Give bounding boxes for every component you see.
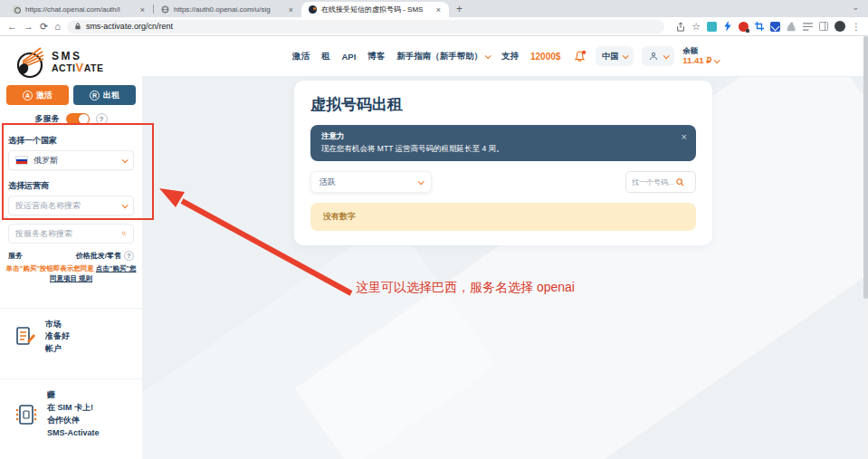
tab-list-chevron-icon[interactable]: ⌄ bbox=[852, 3, 859, 12]
tab-close-icon[interactable]: × bbox=[435, 5, 442, 14]
nav-activation[interactable]: 激活 bbox=[292, 51, 310, 62]
reading-list-icon[interactable] bbox=[803, 23, 813, 31]
partner-label: 赚 在 SIM 卡上! 合作伙伴 SMS-Activate bbox=[47, 389, 100, 440]
browser-tab-strip: https://chat.openai.com/auth/l × https:/… bbox=[0, 0, 868, 17]
tab-auth0-openai[interactable]: https://auth0.openai.com/u/sig × bbox=[154, 2, 301, 17]
sidebar-item-partner[interactable]: 赚 在 SIM 卡上! 合作伙伴 SMS-Activate bbox=[0, 378, 142, 450]
rent-button[interactable]: R 出租 bbox=[73, 85, 136, 105]
tab-title: https://auth0.openai.com/u/sig bbox=[174, 5, 283, 14]
activation-a-icon: A bbox=[23, 91, 33, 100]
extension-lightning-icon[interactable] bbox=[723, 21, 732, 32]
account-menu[interactable] bbox=[642, 46, 674, 66]
partner-line: 在 SIM 卡上! bbox=[47, 402, 100, 415]
nav-rent[interactable]: 租 bbox=[321, 51, 330, 62]
mode-buttons: A 激活 R 出租 bbox=[0, 85, 142, 105]
status-filter-select[interactable]: 活跃 bbox=[310, 171, 432, 193]
address-bar[interactable]: sms-activate.org/cn/rent bbox=[67, 20, 664, 33]
rent-card: 虚拟号码出租 注意力 现在您有机会将 MTT 运营商号码的租期延长至 4 周。 … bbox=[294, 81, 712, 245]
logo-v: V bbox=[76, 61, 84, 74]
nav-guide[interactable]: 新手指南（新手帮助） bbox=[396, 51, 490, 62]
main-content: 虚拟号码出租 注意力 现在您有机会将 MTT 运营商号码的租期延长至 4 周。 … bbox=[142, 77, 868, 459]
number-search[interactable] bbox=[625, 171, 696, 193]
tab-title: https://chat.openai.com/auth/l bbox=[25, 5, 135, 14]
empty-numbers-banner: 没有数字 bbox=[310, 203, 696, 231]
home-icon[interactable]: ⌂ bbox=[54, 22, 61, 32]
service-search[interactable] bbox=[8, 224, 134, 244]
extension-photo-icon[interactable] bbox=[707, 22, 717, 32]
operator-label: 选择运营商 bbox=[8, 180, 134, 192]
multi-service-row: 多服务 ? bbox=[0, 113, 142, 125]
attention-banner: 注意力 现在您有机会将 MTT 运营商号码的租期延长至 4 周。 × bbox=[310, 125, 696, 161]
profile-avatar[interactable] bbox=[835, 21, 845, 32]
scrollbar-thumb[interactable] bbox=[863, 36, 868, 299]
forward-icon[interactable]: → bbox=[24, 22, 33, 32]
balance-widget[interactable]: 余额 11.41 ₽ bbox=[682, 46, 719, 67]
nav-guide-label: 新手指南（新手帮助） bbox=[396, 51, 482, 61]
sidebar-item-marketplace[interactable]: 市场 准备好 帐户 bbox=[0, 308, 142, 367]
attention-title: 注意力 bbox=[321, 131, 685, 142]
language-label: 中国 bbox=[602, 51, 618, 62]
price-column-label: 价格批发/零售? bbox=[76, 251, 134, 261]
nav-blog[interactable]: 博客 bbox=[367, 51, 385, 62]
toggle-knob bbox=[79, 114, 89, 124]
header-right: 中国 余额 11.41 ₽ bbox=[572, 46, 719, 67]
extension-crop-icon[interactable] bbox=[755, 22, 764, 31]
search-icon bbox=[121, 228, 127, 239]
agreement-note: 单击"购买"按钮即表示您同意 点击"购买"您同意项目 规则 bbox=[0, 263, 142, 284]
reload-icon[interactable]: ⟳ bbox=[40, 22, 48, 32]
tab-close-icon[interactable]: × bbox=[139, 5, 146, 14]
bookmark-star-icon[interactable]: ☆ bbox=[692, 22, 701, 32]
tab-title: 在线接受短信的虚拟号码 - SMS bbox=[321, 5, 431, 14]
marketplace-line: 准备好 bbox=[45, 330, 70, 343]
chevron-down-icon bbox=[623, 53, 629, 59]
site-header: 激活 租 API 博客 新手指南（新手帮助） 支持 12000$ 中国 余额 bbox=[142, 36, 868, 77]
new-tab-button[interactable]: + bbox=[456, 3, 463, 15]
operator-select[interactable]: 按运营商名称搜索 bbox=[8, 196, 134, 215]
multi-service-label: 多服务 bbox=[35, 113, 60, 125]
side-panel-icon[interactable] bbox=[819, 22, 828, 31]
sms-activate-favicon-icon bbox=[309, 5, 317, 14]
nav-api[interactable]: API bbox=[342, 52, 357, 62]
country-select[interactable]: 俄罗斯 bbox=[8, 150, 134, 170]
chevron-down-icon bbox=[122, 202, 129, 208]
service-search-input[interactable] bbox=[15, 229, 121, 238]
multi-service-toggle[interactable] bbox=[66, 113, 90, 125]
tab-close-icon[interactable]: × bbox=[288, 5, 294, 14]
russia-flag-icon bbox=[15, 156, 28, 165]
url-text: sms-activate.org/cn/rent bbox=[86, 22, 173, 31]
extensions-puzzle-icon[interactable] bbox=[787, 22, 796, 32]
market-document-icon bbox=[14, 325, 36, 349]
header-inner: 激活 租 API 博客 新手指南（新手帮助） 支持 12000$ 中国 余额 bbox=[292, 36, 718, 76]
sms-activate-logo[interactable]: SMS ACTIVATE bbox=[13, 43, 142, 81]
activation-button[interactable]: A 激活 bbox=[6, 85, 69, 105]
logo-ate: ATE bbox=[84, 62, 104, 73]
chevron-down-icon bbox=[663, 53, 670, 59]
number-search-input[interactable] bbox=[632, 178, 675, 186]
nav-support[interactable]: 支持 bbox=[501, 51, 519, 62]
agreement-text: 单击"购买"按钮即表示您同意 bbox=[6, 264, 94, 273]
partner-line: 赚 bbox=[47, 389, 100, 402]
browser-toolbar: ← → ⟳ ⌂ sms-activate.org/cn/rent ☆ ⋮ bbox=[0, 17, 868, 36]
language-selector[interactable]: 中国 bbox=[596, 46, 634, 66]
multi-service-help-icon[interactable]: ? bbox=[96, 113, 108, 125]
price-help-icon[interactable]: ? bbox=[124, 251, 134, 261]
share-icon[interactable] bbox=[676, 22, 685, 32]
rent-button-label: 出租 bbox=[103, 90, 119, 101]
tab-sms-activate[interactable]: 在线接受短信的虚拟号码 - SMS × bbox=[301, 2, 449, 17]
bell-icon[interactable] bbox=[572, 48, 587, 64]
promo-amount[interactable]: 12000$ bbox=[530, 52, 560, 62]
rent-r-icon: R bbox=[90, 91, 100, 100]
chevron-down-icon bbox=[714, 58, 720, 64]
activation-button-label: 激活 bbox=[36, 90, 52, 101]
tab-chat-openai[interactable]: https://chat.openai.com/auth/l × bbox=[5, 2, 153, 17]
close-icon[interactable]: × bbox=[682, 132, 687, 142]
balance-value: 11.41 ₽ bbox=[682, 55, 719, 66]
search-icon bbox=[675, 177, 685, 187]
extension-red-badge-icon[interactable] bbox=[739, 22, 749, 32]
browser-menu-icon[interactable]: ⋮ bbox=[852, 22, 861, 32]
page-scrollbar[interactable] bbox=[863, 36, 868, 459]
logo-acti: ACTI bbox=[52, 62, 76, 73]
back-icon[interactable]: ← bbox=[7, 22, 17, 32]
country-group: 选择一个国家 俄罗斯 选择运营商 按运营商名称搜索 bbox=[0, 135, 142, 244]
extension-blue-icon[interactable] bbox=[770, 22, 780, 32]
